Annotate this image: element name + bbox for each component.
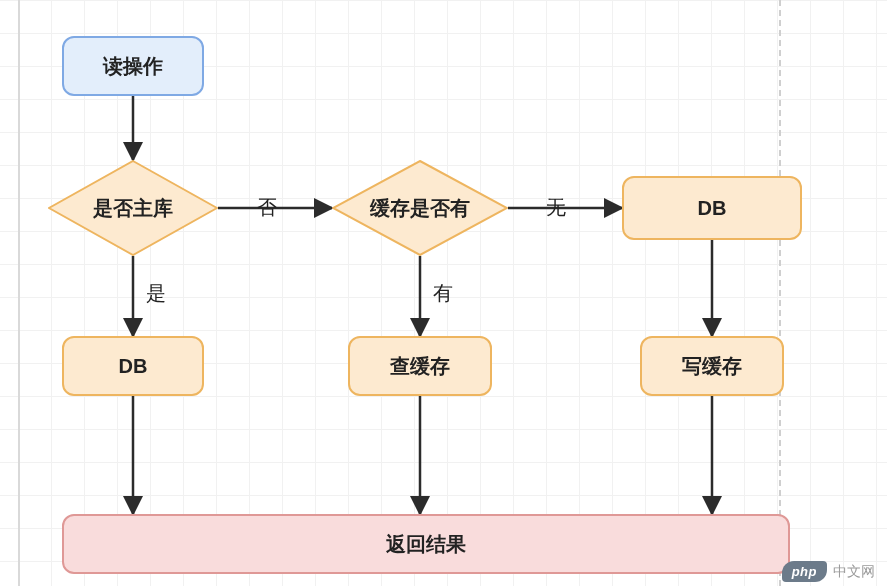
node-db-left: DB [62, 336, 204, 396]
edge-label-no: 否 [257, 194, 277, 221]
diagram-canvas: 读操作 是否主库 缓存是否有 DB DB 查缓存 写缓存 返回结果 [0, 0, 887, 586]
node-write-cache: 写缓存 [640, 336, 784, 396]
dashed-guide-line [779, 0, 781, 586]
edge-label-yes: 是 [146, 280, 166, 307]
node-read-cache-label: 查缓存 [390, 353, 450, 380]
node-is-master: 是否主库 [48, 160, 218, 256]
node-read-cache: 查缓存 [348, 336, 492, 396]
node-cache-hit-label: 缓存是否有 [332, 160, 508, 256]
node-return: 返回结果 [62, 514, 790, 574]
node-cache-hit: 缓存是否有 [332, 160, 508, 256]
node-start: 读操作 [62, 36, 204, 96]
edge-label-none: 无 [546, 194, 566, 221]
node-db-right-label: DB [698, 197, 727, 220]
node-db-left-label: DB [119, 355, 148, 378]
node-db-right: DB [622, 176, 802, 240]
page-left-border [18, 0, 20, 586]
node-is-master-label: 是否主库 [48, 160, 218, 256]
node-write-cache-label: 写缓存 [682, 353, 742, 380]
watermark-text: 中文网 [833, 563, 875, 581]
watermark-brand: php [782, 561, 827, 582]
edge-label-has: 有 [433, 280, 453, 307]
node-return-label: 返回结果 [386, 531, 466, 558]
watermark: php 中文网 [782, 561, 875, 582]
node-start-label: 读操作 [103, 53, 163, 80]
